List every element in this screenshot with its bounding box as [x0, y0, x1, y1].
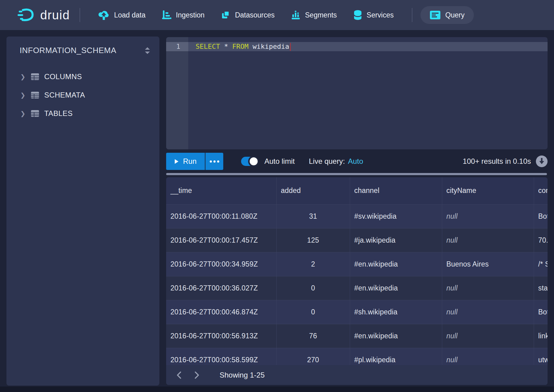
results-table-area: __time added channel cityName comment 20…	[166, 177, 548, 365]
nav-item-label: Datasources	[235, 11, 275, 19]
cell-channel[interactable]: #ja.wikipedia	[350, 228, 442, 252]
cell-cityname[interactable]: Buenos Aires	[442, 252, 534, 276]
auto-limit-label: Auto limit	[264, 157, 295, 166]
table-row[interactable]: 2016-06-27T00:00:36.027Z 0 #en.wikipedia…	[166, 276, 548, 300]
sql-space	[220, 43, 224, 50]
table-row[interactable]: 2016-06-27T00:00:11.080Z 31 #sv.wikipedi…	[166, 204, 548, 228]
previous-page-button[interactable]	[172, 368, 186, 382]
live-query-value[interactable]: Auto	[348, 157, 363, 166]
table-row[interactable]: 2016-06-27T00:00:58.599Z 270 #pl.wikiped…	[166, 348, 548, 365]
tree-item-tables[interactable]: ❯ TABLES	[6, 104, 159, 123]
cell-channel[interactable]: #en.wikipedia	[350, 276, 442, 300]
chevron-right-icon[interactable]: ❯	[20, 91, 31, 99]
cell-cityname[interactable]: null	[442, 324, 534, 348]
cell-cityname[interactable]: null	[442, 276, 534, 300]
table-row[interactable]: 2016-06-27T00:00:56.913Z 76 #en.wikipedi…	[166, 324, 548, 348]
nav-item-label: Segments	[305, 11, 337, 19]
editor-gutter	[166, 37, 188, 149]
cell-cityname[interactable]: null	[442, 300, 534, 324]
cell-time[interactable]: 2016-06-27T00:00:17.457Z	[166, 228, 276, 252]
tree-item-schemata[interactable]: ❯ SCHEMATA	[6, 86, 159, 104]
cell-time[interactable]: 2016-06-27T00:00:56.913Z	[166, 324, 276, 348]
next-page-button[interactable]	[190, 368, 204, 382]
nav-item-label: Load data	[114, 11, 145, 19]
line-number: 1	[166, 42, 188, 51]
table-icon	[31, 72, 44, 81]
cell-added[interactable]: 2	[276, 252, 350, 276]
results-panel: __time added channel cityName comment 20…	[166, 177, 548, 385]
cell-cityname[interactable]: null	[442, 348, 534, 365]
cell-cityname[interactable]: null	[442, 228, 534, 252]
nav-item-services[interactable]: Services	[345, 6, 402, 24]
cell-channel[interactable]: #sv.wikipedia	[350, 204, 442, 228]
sql-keyword: SELECT	[196, 43, 220, 50]
showing-range-label: Showing 1-25	[220, 371, 265, 379]
cell-channel[interactable]: #en.wikipedia	[350, 324, 442, 348]
sql-editor[interactable]: 1 SELECT * FROM wikipedia	[166, 37, 548, 149]
cell-time[interactable]: 2016-06-27T00:00:34.959Z	[166, 252, 276, 276]
cell-added[interactable]: 76	[276, 324, 350, 348]
cell-time[interactable]: 2016-06-27T00:00:11.080Z	[166, 204, 276, 228]
cell-comment[interactable]: Bot	[534, 204, 548, 228]
cell-comment[interactable]: Bot	[534, 300, 548, 324]
live-query-label: Live query:	[309, 157, 345, 166]
cell-added[interactable]: 31	[276, 204, 350, 228]
druid-logo[interactable]: druid	[18, 8, 70, 22]
cell-comment[interactable]: /* S	[534, 252, 548, 276]
nav-item-label: Ingestion	[176, 11, 205, 19]
editor-active-line[interactable]: 1 SELECT * FROM wikipedia	[166, 42, 548, 51]
horizontal-scrollbar[interactable]	[166, 173, 547, 175]
sql-text[interactable]: SELECT * FROM wikipedia	[188, 42, 548, 51]
top-navbar: druid Load data Ingestion	[0, 0, 554, 30]
cell-channel[interactable]: #pl.wikipedia	[350, 348, 442, 365]
chevron-right-icon[interactable]: ❯	[20, 73, 31, 80]
cell-added[interactable]: 270	[276, 348, 350, 365]
tree-item-label: COLUMNS	[44, 72, 82, 81]
table-row[interactable]: 2016-06-27T00:00:46.874Z 0 #sh.wikipedia…	[166, 300, 548, 324]
column-header-time[interactable]: __time	[166, 177, 276, 204]
column-header-added[interactable]: added	[276, 177, 350, 204]
query-run-bar: Run Auto limit Live query: Auto 100+ res…	[166, 153, 548, 170]
nav-item-ingestion[interactable]: Ingestion	[154, 6, 213, 24]
results-rows: 2016-06-27T00:00:11.080Z 31 #sv.wikipedi…	[166, 204, 548, 365]
column-header-cityname[interactable]: cityName	[442, 177, 534, 204]
navbar-divider	[80, 8, 80, 22]
cell-added[interactable]: 0	[276, 276, 350, 300]
table-row[interactable]: 2016-06-27T00:00:17.457Z 125 #ja.wikiped…	[166, 228, 548, 252]
cell-channel[interactable]: #sh.wikipedia	[350, 300, 442, 324]
navbar-divider	[412, 8, 412, 22]
cell-added[interactable]: 0	[276, 300, 350, 324]
cell-comment[interactable]: sta	[534, 276, 548, 300]
chevron-right-icon	[194, 371, 200, 379]
nav-item-label: Services	[367, 11, 394, 19]
download-results-button[interactable]	[536, 156, 548, 167]
nav-item-load-data[interactable]: Load data	[90, 6, 154, 24]
double-caret-vertical-icon[interactable]	[144, 47, 151, 55]
sql-table-name: wikipedia	[252, 43, 289, 50]
cell-comment[interactable]: utw	[534, 348, 548, 365]
nav-item-segments[interactable]: Segments	[283, 6, 345, 24]
sql-space	[248, 43, 252, 50]
run-more-button[interactable]	[205, 153, 223, 170]
cell-channel[interactable]: #en.wikipedia	[350, 252, 442, 276]
more-dots-icon	[217, 160, 219, 163]
druid-logo-icon	[18, 8, 35, 22]
run-button[interactable]: Run	[166, 153, 205, 170]
table-row[interactable]: 2016-06-27T00:00:34.959Z 2 #en.wikipedia…	[166, 252, 548, 276]
auto-limit-toggle[interactable]	[241, 157, 258, 166]
sql-keyword: FROM	[232, 43, 248, 50]
nav-item-query[interactable]: Query	[420, 6, 474, 24]
column-header-comment[interactable]: comment	[534, 177, 548, 204]
cell-time[interactable]: 2016-06-27T00:00:36.027Z	[166, 276, 276, 300]
sql-space	[228, 43, 232, 50]
cell-added[interactable]: 125	[276, 228, 350, 252]
cell-comment[interactable]: 70.	[534, 228, 548, 252]
column-header-channel[interactable]: channel	[350, 177, 442, 204]
cell-comment[interactable]: link	[534, 324, 548, 348]
cell-time[interactable]: 2016-06-27T00:00:46.874Z	[166, 300, 276, 324]
tree-item-columns[interactable]: ❯ COLUMNS	[6, 67, 159, 86]
cell-cityname[interactable]: null	[442, 204, 534, 228]
cell-time[interactable]: 2016-06-27T00:00:58.599Z	[166, 348, 276, 365]
chevron-right-icon[interactable]: ❯	[20, 110, 31, 117]
nav-item-datasources[interactable]: Datasources	[213, 6, 283, 24]
